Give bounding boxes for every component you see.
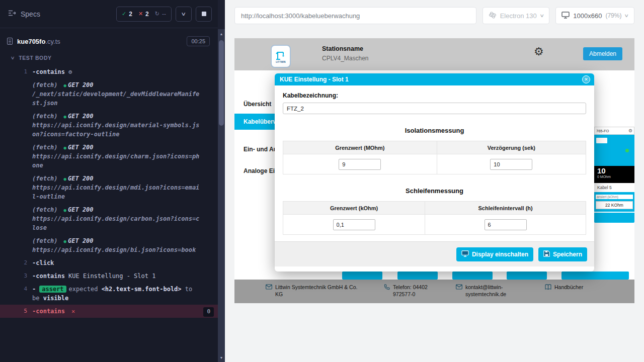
success-dot-icon: ● (64, 145, 66, 152)
verzoegerung-sek-input[interactable] (490, 159, 532, 170)
book-icon (545, 284, 551, 291)
command-fetch[interactable]: (fetch)●GET 200 /_next/static/developmen… (0, 78, 218, 110)
success-dot-icon: ● (64, 176, 66, 183)
save-icon (543, 250, 550, 258)
reporter-header: Specs ✓2 ✕2 ↻-- ∨ (0, 0, 218, 28)
slot-button-fragment[interactable] (452, 272, 493, 280)
isolationsmessung-table: Grenzwert (MOhm) Verzögerung (sek) (283, 141, 586, 174)
slot-card-title: 765-FO (596, 129, 609, 133)
app-under-test: Stationsname CPLV4_Maschen ⚙ Abmelden LI… (234, 38, 634, 303)
electron-icon (489, 11, 497, 21)
test-stats: ✓2 ✕2 ↻-- (116, 7, 172, 22)
cross-icon: ✕ (138, 11, 143, 17)
viewport-zoom: (79%) (605, 12, 621, 19)
chevron-down-icon: ∨ (624, 13, 629, 18)
slot-button-fragment[interactable] (599, 272, 629, 280)
reporter-scrollbar[interactable]: ▲ ▼ (218, 0, 225, 362)
slot-button-fragment[interactable] (507, 272, 547, 280)
station-info: Stationsname CPLV4_Maschen (322, 45, 369, 62)
spec-file-row[interactable]: kue705fo.cy.ts 00:25 (0, 28, 218, 49)
url-input[interactable] (234, 7, 476, 24)
slot-button-fragment[interactable] (561, 272, 602, 280)
column-header: Grenzwert (MOhm) (283, 141, 437, 154)
element-count-badge: 0 (203, 307, 214, 317)
slot-button-fragment[interactable] (594, 213, 634, 223)
command-contains[interactable]: 3-containsKUE Einstellung - Slot 1 (0, 269, 218, 283)
modal-header: KUE Einstellung - Slot 1 ✕ (275, 73, 594, 85)
success-dot-icon: ● (64, 238, 66, 245)
modal-title: KUE Einstellung - Slot 1 (280, 76, 349, 83)
cable-label: Kabel 5 (594, 183, 634, 192)
command-fetch[interactable]: (fetch)●GET 200 https://api.iconify.desi… (0, 203, 218, 234)
caret-down-icon: ∨ (11, 55, 16, 60)
littwin-logo: LITTWIN (271, 45, 291, 68)
kue-settings-modal: KUE Einstellung - Slot 1 ✕ Kabelbezeichn… (275, 73, 594, 272)
command-contains-failed[interactable]: 5-contains✕0 (0, 305, 218, 318)
gear-icon: ⚙ (68, 68, 72, 75)
command-click[interactable]: 2-click (0, 256, 218, 269)
chevron-down-icon: ∨ (181, 11, 186, 17)
schleifenmessung-table: Grenzwert (kOhm) Schleifenintervall (h) (283, 201, 586, 235)
aut-panel: Electron 130 ∨ 1000x660 (79%) ∨ Stations… (225, 0, 644, 362)
command-fetch[interactable]: (fetch)●GET 200 https://api.iconify.desi… (0, 110, 218, 141)
specs-list-icon (8, 10, 16, 18)
kabelbezeichnung-input[interactable] (283, 103, 586, 114)
mail-icon (266, 284, 272, 291)
scroll-down-icon[interactable]: ▼ (218, 356, 225, 359)
chevron-down-icon: ∨ (539, 13, 544, 18)
settings-gear-icon[interactable]: ⚙ (534, 46, 544, 57)
command-fetch[interactable]: (fetch)●GET 200 https://api.iconify.desi… (0, 172, 218, 203)
success-dot-icon: ● (64, 114, 66, 121)
footer-phone[interactable]: Telefon: 04402 972577-0 (384, 284, 446, 298)
slot-button-fragment[interactable] (397, 272, 438, 280)
close-icon[interactable]: ✕ (582, 75, 590, 83)
stat-pending: ↻-- (155, 11, 166, 18)
assert-badge: assert (39, 286, 66, 293)
command-contains[interactable]: 1-contains⚙ (0, 65, 218, 78)
gear-icon[interactable]: ⚙ (628, 128, 632, 133)
schleifenintervall-input[interactable] (485, 219, 527, 230)
refresh-icon: ↻ (155, 11, 159, 17)
command-fetch[interactable]: (fetch)●GET 200 https://api.iconify.desi… (0, 234, 218, 256)
scrollbar-thumb[interactable] (219, 40, 224, 126)
grenzwert-mohm-input[interactable] (339, 159, 381, 170)
command-fetch[interactable]: (fetch)●GET 200 https://api.iconify.desi… (0, 141, 218, 172)
slot-value-display: 10 0 MOhm (594, 166, 634, 183)
command-assert[interactable]: 4-assertexpected <h2.text-sm.font-bold> … (0, 283, 218, 305)
column-header: Verzögerung (sek) (437, 141, 586, 154)
scroll-up-icon[interactable]: ▲ (218, 32, 225, 36)
collapse-button[interactable]: ∨ (176, 7, 192, 22)
stop-button[interactable] (196, 7, 212, 22)
stage: Stationsname CPLV4_Maschen ⚙ Abmelden LI… (225, 31, 644, 362)
test-body-toggle[interactable]: ∨ TEST BODY (0, 49, 218, 65)
cypress-reporter: Specs ✓2 ✕2 ↻-- ∨ kue705fo.cy.ts 00:25 ∨… (0, 0, 218, 362)
column-header: Grenzwert (kOhm) (283, 202, 425, 215)
grenzwert-kohm-input[interactable] (333, 219, 375, 230)
app-header: Stationsname CPLV4_Maschen ⚙ Abmelden (234, 38, 634, 70)
station-value: CPLV4_Maschen (322, 55, 369, 62)
specs-label: Specs (21, 10, 40, 18)
slot-button-fragment[interactable] (342, 272, 382, 280)
viewport-select[interactable]: 1000x660 (79%) ∨ (555, 7, 634, 24)
footer-manuals[interactable]: Handbücher (545, 284, 583, 291)
test-body-label: TEST BODY (19, 55, 52, 61)
fail-x-icon: ✕ (71, 308, 75, 315)
save-button[interactable]: Speichern (538, 247, 587, 261)
browser-select[interactable]: Electron 130 ∨ (482, 7, 550, 24)
logout-button[interactable]: Abmelden (583, 47, 622, 60)
browser-name: Electron 130 (500, 12, 537, 20)
display-on-button[interactable]: Display einschalten (456, 247, 533, 261)
phone-icon (384, 284, 390, 292)
footer-email[interactable]: kontakt@littwin-systemtechnik.de (456, 284, 507, 298)
success-dot-icon: ● (64, 82, 66, 89)
station-label: Stationsname (322, 45, 369, 52)
check-icon: ✓ (122, 11, 126, 17)
schleifenmessung-heading: Schleifenmessung (283, 187, 586, 195)
specs-menu-button[interactable]: Specs (8, 10, 40, 18)
aut-toolbar: Electron 130 ∨ 1000x660 (79%) ∨ (225, 0, 644, 31)
spec-file-icon (7, 38, 13, 45)
column-header: Schleifenintervall (h) (425, 202, 586, 215)
stat-passed: ✓2 (122, 11, 132, 18)
footer-company[interactable]: Littwin Systemtechnik GmbH & Co. KG (266, 284, 359, 298)
monitor-icon (561, 12, 570, 20)
